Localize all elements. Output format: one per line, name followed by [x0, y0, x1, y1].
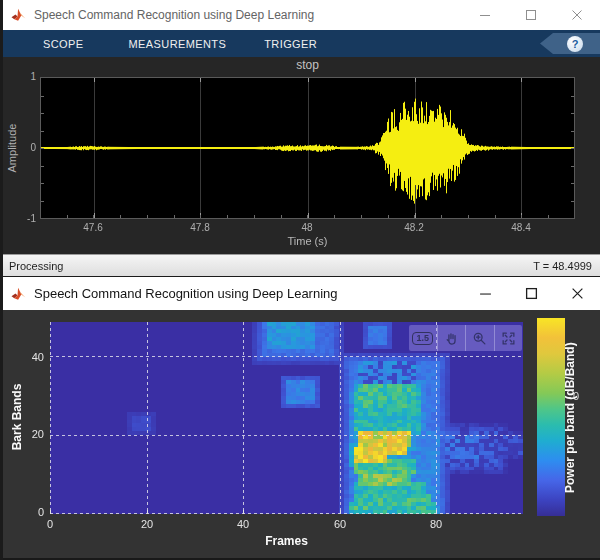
y-tick: 0 — [8, 142, 36, 153]
fit-view-button[interactable] — [494, 325, 523, 351]
matlab-icon — [10, 286, 27, 302]
close-button[interactable] — [554, 0, 600, 30]
x-tick: 47.6 — [71, 222, 115, 233]
scope-status-bar: Processing T = 48.4999 — [3, 254, 600, 276]
x-tick: 60 — [320, 518, 360, 530]
window-title: Speech Command Recognition using Deep Le… — [34, 286, 338, 301]
fit-view-icon — [501, 331, 516, 346]
x-tick: 80 — [416, 518, 456, 530]
scale-1.5-button[interactable]: 1.5 — [409, 325, 437, 351]
close-button[interactable] — [554, 277, 600, 310]
y-axis-label: Bark Bands — [10, 377, 24, 457]
spectrogram-figure: 1.5 40 20 0 0 20 40 — [3, 310, 600, 560]
scope-title-bar[interactable]: Speech Command Recognition using Deep Le… — [3, 0, 600, 30]
minimize-button[interactable] — [462, 277, 508, 310]
status-text: Processing — [9, 260, 63, 272]
x-axis-label: Time (s) — [40, 235, 575, 247]
scope-figure: stop Amplitude 1 0 -1 47.6 47.8 48 48.2 … — [3, 57, 600, 254]
axes-toolbar: 1.5 — [409, 325, 522, 351]
x-tick: 20 — [127, 518, 167, 530]
x-axis-label: Frames — [50, 534, 523, 548]
spectrogram-window: Speech Command Recognition using Deep Le… — [3, 277, 600, 560]
window-title: Speech Command Recognition using Deep Le… — [34, 8, 314, 22]
waveform-plot[interactable] — [40, 77, 575, 219]
y-tick: -1 — [8, 213, 36, 224]
y-tick: 40 — [14, 351, 44, 363]
x-tick: 48.2 — [392, 222, 436, 233]
tab-trigger[interactable]: TRIGGER — [264, 38, 317, 50]
scope-toolbar: SCOPE MEASUREMENTS TRIGGER ? — [3, 30, 600, 58]
pan-hand-icon — [444, 331, 459, 346]
help-button[interactable]: ? — [540, 33, 600, 54]
maximize-button[interactable] — [508, 0, 554, 30]
x-tick: 48 — [285, 222, 329, 233]
help-icon: ? — [567, 36, 583, 52]
matlab-icon — [10, 7, 27, 23]
x-tick: 47.8 — [178, 222, 222, 233]
x-tick: 48.4 — [499, 222, 543, 233]
maximize-button[interactable] — [508, 277, 554, 310]
pan-button[interactable] — [437, 325, 466, 351]
scale-1.5-icon: 1.5 — [412, 332, 433, 345]
spectrogram-title-bar[interactable]: Speech Command Recognition using Deep Le… — [3, 277, 600, 310]
y-tick: 1 — [8, 71, 36, 82]
zoom-in-button[interactable] — [465, 325, 494, 351]
minimize-button[interactable] — [462, 0, 508, 30]
scope-window: Speech Command Recognition using Deep Le… — [3, 0, 600, 276]
x-tick: 40 — [223, 518, 263, 530]
plot-title: stop — [40, 58, 575, 72]
tab-scope[interactable]: SCOPE — [43, 38, 84, 50]
colorbar-label: Power per band (dB/Band) — [563, 320, 599, 516]
colorbar — [537, 318, 565, 516]
tab-measurements[interactable]: MEASUREMENTS — [129, 38, 227, 50]
time-readout: T = 48.4999 — [533, 260, 592, 272]
x-tick: 0 — [30, 518, 70, 530]
y-tick: 0 — [14, 506, 44, 518]
zoom-in-icon — [472, 331, 487, 346]
